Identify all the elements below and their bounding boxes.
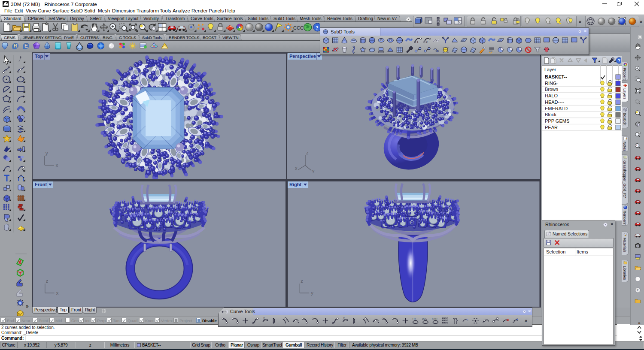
svg-text:?: ? [618,58,620,63]
svg-text:?: ? [316,24,319,31]
svg-text:2: 2 [637,288,638,292]
svg-text:x: x [56,290,59,296]
svg-text:x: x [295,166,298,171]
svg-text:HEAD----: HEAD---- [545,100,565,105]
svg-text:RING-: RING- [545,81,559,86]
svg-text:y: y [311,290,313,296]
svg-text:x: x [56,163,58,168]
svg-text:HALO: HALO [545,93,558,98]
svg-text:y: y [46,151,48,156]
svg-text:PEAR: PEAR [545,125,558,130]
svg-text:R: R [13,42,18,49]
svg-text:Block: Block [545,112,556,117]
svg-text:z: z [306,150,309,155]
svg-text:y: y [312,168,315,173]
svg-text:BASKET--: BASKET-- [545,74,567,79]
svg-text:1:1: 1:1 [636,145,639,147]
svg-text:»: » [26,303,29,309]
svg-text:Brown: Brown [545,87,558,92]
svg-text:EMERALD: EMERALD [545,106,568,111]
svg-text:PPP GEMS: PPP GEMS [545,118,569,124]
svg-text:z: z [301,278,303,284]
svg-text:E: E [24,42,28,49]
svg-text:CCC: CCC [293,25,304,30]
svg-text:z: z [46,278,48,284]
